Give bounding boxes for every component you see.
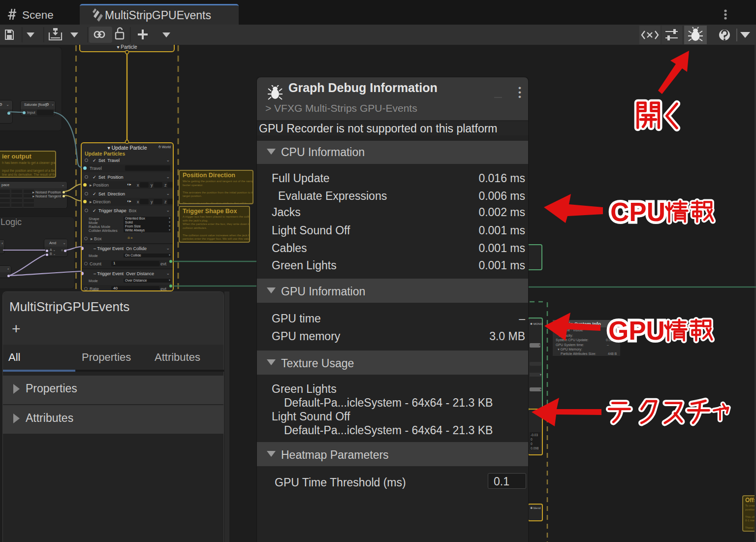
svg-text:CPU: CPU: [610, 197, 665, 226]
svg-text:GPU: GPU: [608, 316, 665, 345]
